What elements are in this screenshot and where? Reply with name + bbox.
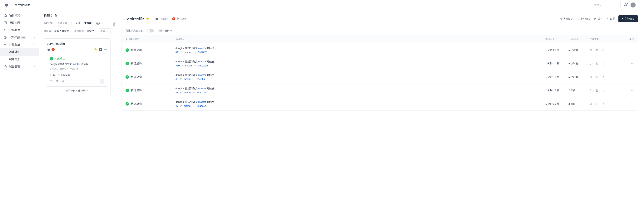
breadcrumb-sep-icon: › xyxy=(12,3,12,6)
star-icon[interactable] xyxy=(146,17,149,20)
snapshot-icon[interactable] xyxy=(595,49,598,52)
next-button[interactable] xyxy=(100,79,104,84)
success-check-icon: ✓ xyxy=(126,62,129,65)
mine-only-toggle[interactable] xyxy=(147,29,154,32)
checkbox-icon xyxy=(4,21,7,24)
project-selector[interactable]: serverlesslife xyxy=(14,3,33,6)
sidebar-item-scan[interactable]: 代码扫描beta xyxy=(0,34,39,41)
branch-icon xyxy=(180,105,182,107)
flow-icon[interactable] xyxy=(590,75,593,79)
row-branch-link[interactable]: master xyxy=(185,51,193,54)
row-duration: 1 分钟 21 秒 xyxy=(546,48,568,52)
home-logo[interactable] xyxy=(4,2,9,8)
row-more-button[interactable] xyxy=(630,75,634,79)
row-status-label: 构建成功 xyxy=(131,102,142,106)
compare-icon[interactable] xyxy=(601,75,604,79)
tab-my-star[interactable]: 我的星标 xyxy=(44,21,54,25)
row-more-button[interactable] xyxy=(630,102,634,106)
play-button[interactable] xyxy=(99,48,102,51)
row-build-num-link[interactable]: #7 xyxy=(176,104,178,107)
snapshot-icon[interactable] xyxy=(56,80,59,83)
star-icon[interactable] xyxy=(94,48,97,51)
build-number: 11 xyxy=(53,73,55,76)
compare-icon[interactable] xyxy=(601,102,604,105)
row-commit-link[interactable]: 58ada5a xyxy=(197,104,206,107)
sidebar-subitem-build-node[interactable]: 构建节点 xyxy=(0,56,39,63)
row-more-button[interactable] xyxy=(630,62,634,65)
filter-plan-select[interactable]: 自定义 xyxy=(87,29,96,33)
tab-more[interactable]: 更多 xyxy=(96,22,103,25)
row-status-label: 构建成功 xyxy=(131,75,142,79)
snapshot-icon[interactable] xyxy=(595,62,598,65)
tab-all[interactable]: 全部 xyxy=(75,21,80,25)
sidebar-item-ci[interactable]: 持续集成 xyxy=(0,41,39,48)
snapshot-icon[interactable] xyxy=(595,75,598,79)
chevron-right-icon xyxy=(33,36,35,39)
chevron-right-icon xyxy=(33,65,35,68)
row-status-label: 构建成功 xyxy=(131,89,142,92)
table-row[interactable]: ✓ 构建成功 donghui 推送到分支 master 时触发 #7 maste… xyxy=(122,97,638,110)
flow-icon[interactable] xyxy=(590,102,593,105)
status-badge-link[interactable]: 状态徽标 xyxy=(559,17,573,20)
filter-trigger-select[interactable]: 所有人触发的 xyxy=(54,29,72,33)
sidebar-item-overview[interactable]: 项目概览 xyxy=(0,12,39,19)
notifications-button[interactable] xyxy=(624,3,628,7)
settings-link[interactable]: 设置 xyxy=(606,17,615,20)
tab-system-source[interactable]: 系统来源 xyxy=(58,21,68,25)
sidebar-item-label: 代码扫描beta xyxy=(9,36,31,39)
chevron-right-icon xyxy=(86,90,88,92)
row-build-num-link[interactable]: #8 xyxy=(176,91,178,94)
avatar[interactable]: do xyxy=(630,2,636,7)
sidebar-item-label: 持续集成 xyxy=(9,43,31,46)
row-branch-link[interactable]: master xyxy=(184,91,191,94)
table-row[interactable]: ✓ 构建成功 donghui 推送到分支 master 时触发 #9 maste… xyxy=(122,70,638,84)
tab-ungrouped[interactable]: 未分组 xyxy=(84,21,92,25)
row-build-num-link[interactable]: #10 xyxy=(176,64,180,67)
table-filter-select[interactable]: 全部 xyxy=(164,29,172,32)
table-row[interactable]: ✓ 构建成功 donghui 推送到分支 master 时触发 #11 mast… xyxy=(122,43,638,57)
sidebar-subitem-build-plan[interactable]: 构建计划 xyxy=(0,48,39,56)
snapshot-icon[interactable] xyxy=(595,102,598,105)
row-branch-link[interactable]: master xyxy=(185,64,193,67)
compare-icon[interactable] xyxy=(601,49,604,52)
middle-search-input[interactable] xyxy=(99,28,110,34)
sidebar-item-collab[interactable]: 项目协同 xyxy=(0,19,39,26)
page-title: serverlesslife xyxy=(122,17,149,21)
row-more-button[interactable] xyxy=(630,48,634,52)
table-filter-label: 筛选: xyxy=(158,29,164,32)
row-commit-link[interactable]: cae6ffa xyxy=(197,78,205,80)
row-commit-link[interactable]: 5b2f226 xyxy=(198,51,207,54)
sidebar-item-repo[interactable]: 代码仓库 xyxy=(0,26,39,34)
compare-icon[interactable] xyxy=(601,62,604,65)
sidebar-item-artifacts[interactable]: 制品管理 xyxy=(0,63,39,70)
row-build-num-link[interactable]: #11 xyxy=(176,51,180,54)
flow-icon[interactable] xyxy=(590,49,593,52)
row-duration: 1 分钟 30 秒 xyxy=(546,102,568,106)
scheduled-trigger-link[interactable]: 定时触发 xyxy=(576,17,590,20)
compare-icon[interactable] xyxy=(601,89,604,92)
package-icon xyxy=(4,65,7,68)
run-now-button[interactable]: 立即触发 xyxy=(618,15,638,22)
row-commit-link[interactable]: 05920db xyxy=(198,64,208,67)
row-build-num-link[interactable]: #9 xyxy=(176,78,178,80)
cache-link[interactable]: 缓存 xyxy=(594,17,603,20)
row-trigger-text: donghui 推送到分支 master 时触发 xyxy=(176,87,546,90)
view-all-builds-link[interactable]: 查看全部构建记录 xyxy=(47,86,107,93)
table-row[interactable]: ✓ 构建成功 donghui 推送到分支 master 时触发 #10 mast… xyxy=(122,57,638,70)
flow-icon[interactable] xyxy=(590,62,593,65)
row-commit-link[interactable]: 255075b xyxy=(197,91,206,94)
flow-icon[interactable] xyxy=(590,89,593,92)
compare-icon[interactable] xyxy=(61,80,64,83)
build-summary-card[interactable]: ✓ 构建成功 donghui 推送到分支 master 时触发 5 小时前 耗时… xyxy=(47,54,107,86)
notification-dot-icon xyxy=(627,3,628,4)
row-more-button[interactable] xyxy=(630,89,634,92)
branch-icon xyxy=(180,78,182,80)
table-row[interactable]: ✓ 构建成功 donghui 推送到分支 master 时触发 #8 maste… xyxy=(122,84,638,97)
row-branch-link[interactable]: master xyxy=(184,104,191,107)
snapshot-icon[interactable] xyxy=(595,89,598,92)
more-button[interactable] xyxy=(104,48,107,51)
row-branch-link[interactable]: master xyxy=(184,78,191,80)
flow-icon[interactable] xyxy=(50,80,53,83)
sidebar-item-label: 代码仓库 xyxy=(9,28,35,32)
home-icon xyxy=(4,14,7,17)
